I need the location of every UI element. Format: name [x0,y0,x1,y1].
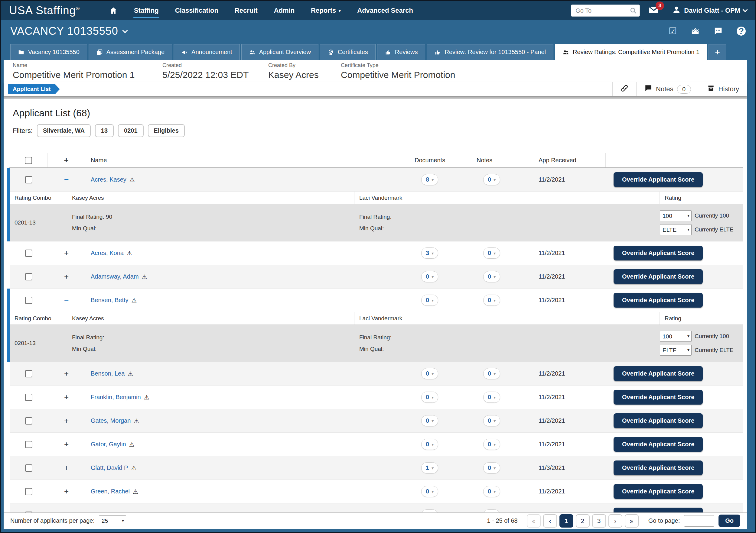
documents-dropdown[interactable]: 0▾ [421,415,438,426]
expand-row-button[interactable]: + [64,369,68,378]
notes-dropdown[interactable]: 0▾ [483,462,500,473]
override-applicant-score-button[interactable]: Override Applicant Score [613,390,703,405]
nav-item-advanced-search[interactable]: Advanced Search [357,5,414,16]
nav-item-admin[interactable]: Admin [273,5,295,16]
override-applicant-score-button[interactable]: Override Applicant Score [613,413,703,428]
rating-select[interactable]: 100 [660,211,691,221]
applicant-name-link[interactable]: Acres, Kona [91,250,124,257]
expand-row-button[interactable]: + [64,248,68,258]
rating-select[interactable]: ELTE [660,224,691,235]
history-button[interactable]: History [699,82,747,96]
notes-dropdown[interactable]: 0▾ [483,415,500,426]
notes-dropdown[interactable]: 0▾ [483,486,500,497]
notes-dropdown[interactable]: 0▾ [483,271,500,282]
filter-chip-silverdale-wa[interactable]: Silverdale, WA [37,124,91,137]
page-button-1[interactable]: 1 [559,514,573,527]
applicant-name-link[interactable]: Bensen, Betty [91,297,128,304]
rating-select[interactable]: ELTE [660,345,691,355]
select-all-checkbox[interactable] [25,157,32,164]
documents-dropdown[interactable]: 0▾ [421,368,438,379]
row-checkbox[interactable] [25,441,32,448]
row-checkbox[interactable] [25,273,32,280]
documents-dropdown[interactable]: 0▾ [421,439,438,450]
filter-chip-eligibles[interactable]: Eligibles [148,124,185,137]
goto-page-input[interactable] [684,515,714,527]
applicant-name-link[interactable]: Adamsway, Adam [91,273,139,280]
tab-applicant-list[interactable]: Applicant List [8,84,60,94]
notes-dropdown[interactable]: 0▾ [483,247,500,259]
applicant-name-link[interactable]: Green, Rachel [91,488,130,495]
applicant-name-link[interactable]: Acres, Kasey [91,176,126,183]
override-applicant-score-button[interactable]: Override Applicant Score [613,269,703,284]
applicant-name-link[interactable]: Gator, Gaylin [91,441,126,448]
nav-item-recruit[interactable]: Recruit [234,5,258,16]
documents-dropdown[interactable]: 3▾ [421,247,438,259]
vacancy-title[interactable]: VACANCY 10135550 [10,25,127,38]
expand-row-button[interactable]: + [64,393,68,402]
row-checkbox[interactable] [25,297,32,304]
row-checkbox[interactable] [25,465,32,472]
expand-row-button[interactable]: + [64,463,68,472]
applicant-name-link[interactable]: Gates, Morgan [91,417,131,424]
documents-dropdown[interactable]: 8▾ [421,174,438,185]
notes-dropdown[interactable]: 0▾ [483,294,500,306]
override-applicant-score-button[interactable]: Override Applicant Score [613,366,703,381]
expand-row-button[interactable]: + [64,272,68,281]
expand-row-button[interactable]: + [64,440,68,449]
row-checkbox[interactable] [25,394,32,401]
tab-vacancy-10135550[interactable]: Vacancy 10135550 [10,44,87,60]
documents-dropdown[interactable]: 0▾ [421,486,438,497]
row-checkbox[interactable] [25,250,32,257]
row-checkbox[interactable] [25,488,32,495]
expand-row-button[interactable]: + [64,416,68,425]
row-checkbox[interactable] [25,417,32,424]
documents-dropdown[interactable]: 0▾ [421,392,438,403]
tasks-icon[interactable]: ☑ [669,27,677,36]
next-page-button[interactable]: › [608,514,622,527]
nav-item-classification[interactable]: Classification [175,5,219,16]
new-tab-button[interactable]: + [709,44,726,60]
user-menu[interactable]: David Glatt - OPM [672,5,747,16]
override-applicant-score-button[interactable]: Override Applicant Score [613,172,703,187]
applicant-name-link[interactable]: Glatt, David P [91,465,128,471]
row-checkbox[interactable] [25,176,32,183]
tab-review-review-for-10135550-panel[interactable]: Review: Review for 10135550 - Panel [427,44,554,60]
applicant-name-link[interactable]: Franklin, Benjamin [91,394,141,401]
notes-dropdown[interactable]: 0▾ [483,368,500,379]
documents-dropdown[interactable]: 0▾ [421,271,438,282]
row-checkbox[interactable] [25,370,32,377]
expand-all-button[interactable]: + [64,156,68,165]
first-page-button[interactable]: « [527,514,541,527]
tab-applicant-overview[interactable]: Applicant Overview [241,44,318,60]
page-button-3[interactable]: 3 [592,514,606,527]
notes-dropdown[interactable]: 0▾ [483,174,500,185]
filter-chip-13[interactable]: 13 [95,124,114,137]
prev-page-button[interactable]: ‹ [543,514,557,527]
collapse-row-button[interactable]: − [64,175,68,184]
documents-dropdown[interactable]: 1▾ [421,462,438,473]
applicant-name-link[interactable]: Benson, Lea [91,370,124,377]
documents-dropdown[interactable]: 0▾ [421,294,438,306]
chat-icon[interactable] [714,27,723,36]
tab-reviews[interactable]: Reviews [377,44,425,60]
tab-assessment-package[interactable]: Assessment Package [89,44,172,60]
nav-item-staffing[interactable]: Staffing [133,5,159,16]
notes-button[interactable]: Notes 0 [636,82,699,96]
notes-dropdown[interactable]: 0▾ [483,439,500,450]
tab-announcement[interactable]: Announcement [174,44,240,60]
page-button-2[interactable]: 2 [576,514,590,527]
go-button[interactable]: Go [718,515,740,527]
override-applicant-score-button[interactable]: Override Applicant Score [613,246,703,261]
override-applicant-score-button[interactable]: Override Applicant Score [613,293,703,308]
notes-dropdown[interactable]: 0▾ [483,392,500,403]
nav-item-reports[interactable]: Reports▾ [310,5,341,16]
override-applicant-score-button[interactable]: Override Applicant Score [613,437,703,452]
mail-button[interactable]: 3 [648,5,659,17]
tab-review-ratings-competitive-merit-promotion-1[interactable]: Review Ratings: Competitive Merit Promot… [555,44,707,60]
rating-select[interactable]: 100 [660,331,691,342]
chart-icon[interactable] [691,27,700,36]
filter-chip-0201[interactable]: 0201 [118,124,144,137]
expand-row-button[interactable]: + [64,487,68,496]
link-button[interactable] [612,82,636,96]
per-page-select[interactable]: 25 [99,516,126,526]
